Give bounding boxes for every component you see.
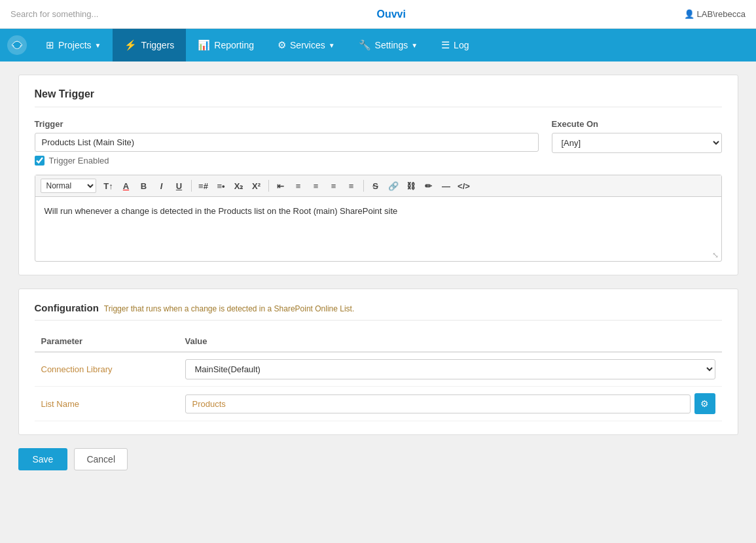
list-name-value: ⚙ [179,387,722,421]
nav-item-triggers[interactable]: ⚡ Triggers [113,29,186,61]
list-name-input[interactable] [185,394,691,413]
toolbar-highlight-btn[interactable]: ✏ [421,178,437,194]
nav-item-log[interactable]: ☰ Log [429,29,480,61]
app-logo [5,33,29,57]
editor-body[interactable]: Will run whenever a change is detected i… [35,197,721,249]
table-row: Connection Library MainSite(Default) Sit… [35,352,722,387]
editor-toolbar: Normal Heading 1 Heading 2 Heading 3 T↑ … [35,175,721,197]
toolbar-source-btn[interactable]: </> [456,178,472,194]
nav-item-settings[interactable]: 🔧 Settings ▼ [347,29,430,61]
trigger-input[interactable] [35,133,539,152]
new-trigger-card: New Trigger Trigger Trigger Enabled Exec… [18,75,738,275]
triggers-icon: ⚡ [124,39,137,51]
svg-point-1 [14,42,20,48]
toolbar-font-color-btn[interactable]: A [118,178,134,194]
toolbar-unlink-btn[interactable]: ⛓ [403,178,419,194]
nav-item-reporting[interactable]: 📊 Reporting [186,29,266,61]
connection-library-select[interactable]: MainSite(Default) Site1 Site2 [185,359,715,379]
nav-item-services-label: Services [290,40,325,50]
nav-item-triggers-label: Triggers [141,40,174,50]
services-icon: ⚙ [278,39,286,51]
connection-library-value: MainSite(Default) Site1 Site2 [179,352,722,387]
toolbar-link-btn[interactable]: 🔗 [386,178,401,194]
toolbar-sub-btn[interactable]: X₂ [231,178,247,194]
execute-on-select[interactable]: [Any] Create Update Delete [552,133,722,153]
log-icon: ☰ [441,39,450,51]
toolbar-strikethrough-btn[interactable]: S [368,178,384,194]
search-placeholder[interactable]: Search for something... [10,9,98,19]
toolbar-align-justify-btn[interactable]: ≡ [344,178,359,194]
editor-resize-handle: ⤡ [35,249,721,261]
execute-on-label: Execute On [552,119,722,129]
list-name-param: List Name [35,387,179,421]
main-content: New Trigger Trigger Trigger Enabled Exec… [5,61,751,483]
trigger-field-group: Trigger Trigger Enabled [35,119,539,166]
format-select[interactable]: Normal Heading 1 Heading 2 Heading 3 [41,179,96,193]
new-trigger-title: New Trigger [35,88,722,107]
trigger-enabled-label: Trigger Enabled [49,156,109,166]
cancel-button[interactable]: Cancel [74,448,128,470]
reporting-icon: 📊 [198,39,210,51]
table-row: List Name ⚙ [35,387,722,421]
config-title: Configuration [35,302,99,313]
toolbar-sep-2 [268,180,269,192]
toolbar-ol-btn[interactable]: ≡# [196,178,211,194]
user-info: LAB\rebecca [684,9,746,19]
nav-item-reporting-label: Reporting [214,40,254,50]
action-buttons: Save Cancel [18,448,738,470]
toolbar-font-size-btn[interactable]: T↑ [101,178,117,194]
nav-item-services[interactable]: ⚙ Services ▼ [266,29,347,61]
toolbar-sep-1 [191,180,192,192]
configuration-card: Configuration Trigger that runs when a c… [18,289,738,435]
toolbar-align-center-btn[interactable]: ≡ [308,178,324,194]
nav-item-projects[interactable]: ⊞ Projects ▼ [34,29,113,61]
trigger-form-row: Trigger Trigger Enabled Execute On [Any]… [35,119,722,166]
param-table-header-row: Parameter Value [35,331,722,352]
settings-icon: 🔧 [359,39,371,51]
rich-text-editor: Normal Heading 1 Heading 2 Heading 3 T↑ … [35,175,722,262]
trigger-enabled-row: Trigger Enabled [35,156,539,166]
resize-icon: ⤡ [712,251,719,260]
toolbar-underline-btn[interactable]: U [171,178,187,194]
trigger-label: Trigger [35,119,539,129]
app-title: Ouvvi [376,9,405,20]
param-col-header: Parameter [35,331,179,352]
toolbar-align-right-btn[interactable]: ≡ [326,178,342,194]
nav-bar: ⊞ Projects ▼ ⚡ Triggers 📊 Reporting ⚙ Se… [0,29,756,61]
connection-library-param: Connection Library [35,352,179,387]
save-button[interactable]: Save [18,448,68,470]
services-caret-icon: ▼ [329,42,335,49]
nav-item-projects-label: Projects [58,40,92,50]
toolbar-bold-btn[interactable]: B [136,178,152,194]
value-col-header: Value [179,331,722,352]
trigger-enabled-checkbox[interactable] [35,156,45,166]
toolbar-sep-3 [363,180,364,192]
top-bar: Search for something... Ouvvi LAB\rebecc… [0,0,756,29]
execute-on-group: Execute On [Any] Create Update Delete [552,119,722,153]
toolbar-italic-btn[interactable]: I [154,178,170,194]
list-name-input-row: ⚙ [185,393,715,414]
list-name-gear-button[interactable]: ⚙ [694,393,715,414]
config-header: Configuration Trigger that runs when a c… [35,302,722,321]
nav-item-settings-label: Settings [375,40,408,50]
nav-item-log-label: Log [454,40,469,50]
toolbar-indent-left-btn[interactable]: ⇤ [273,178,289,194]
param-table: Parameter Value Connection Library MainS… [35,331,722,421]
toolbar-align-left-btn[interactable]: ≡ [291,178,306,194]
toolbar-sup-btn[interactable]: X² [249,178,264,194]
projects-caret-icon: ▼ [95,42,101,49]
projects-icon: ⊞ [46,39,54,51]
settings-caret-icon: ▼ [411,42,418,49]
toolbar-hr-btn[interactable]: — [439,178,454,194]
config-subtitle: Trigger that runs when a change is detec… [104,304,354,313]
toolbar-ul-btn[interactable]: ≡• [213,178,229,194]
